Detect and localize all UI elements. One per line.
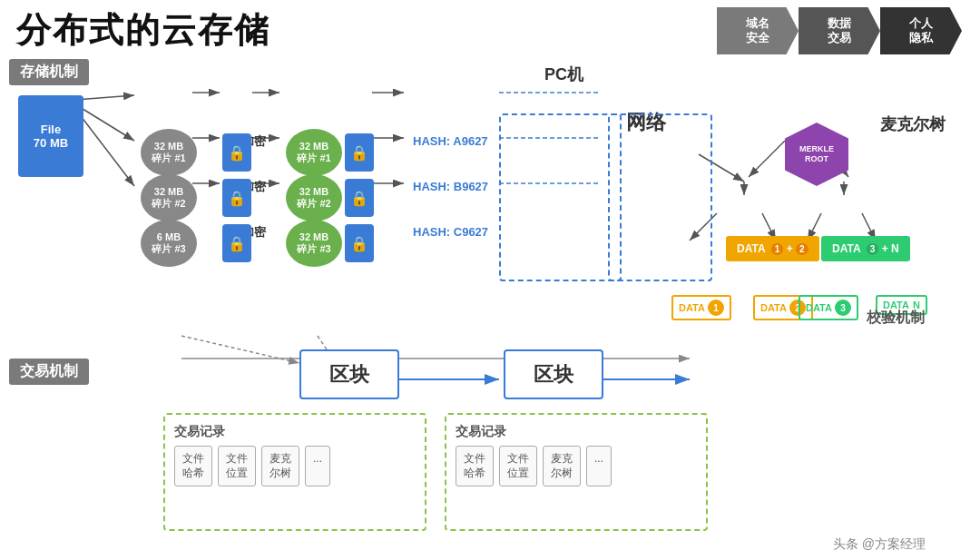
arrow-item-domain: 域名安全 [717, 7, 799, 54]
arrow-item-privacy: 个人隐私 [880, 7, 962, 54]
top-arrow-nav: 域名安全 数据交易 个人隐私 [717, 7, 962, 54]
watermark: 头条 @方案经理 [833, 536, 926, 553]
tx-item-merkle-2: 麦克尔树 [543, 446, 581, 486]
validation-label: 校验机制 [867, 309, 925, 328]
tx-record-1-title: 交易记录 [174, 424, 416, 440]
tx-record-2-items: 文件哈希 文件位置 麦克尔树 ... [456, 446, 697, 486]
storage-section: 存储机制 PC机 File 70 MB 32 MB 碎片 #1 32 MB 碎片… [9, 59, 971, 322]
network-dashed-box [608, 113, 712, 281]
transaction-section: 交易机制 区块 区块 交易记录 文件哈希 文件位置 麦克尔树 ... 交易记录 … [9, 331, 971, 545]
lock-box-2: 🔒 [222, 179, 251, 217]
data-item-3: DATA 3 [799, 295, 858, 320]
block-1: 区块 [299, 349, 399, 399]
lock-box-after-1: 🔒 [345, 133, 374, 172]
tx-item-merkle-1: 麦克尔树 [261, 446, 299, 486]
hash-label-1: HASH: A9627 [413, 134, 488, 148]
merkle-root-text: MERKLEROOT [799, 144, 834, 164]
frag-gray-3-label: 碎片 #3 [152, 242, 185, 256]
hash-label-2: HASH: B9627 [413, 180, 488, 193]
transaction-section-label: 交易机制 [9, 359, 89, 385]
block-2: 区块 [504, 349, 603, 399]
tx-record-1: 交易记录 文件哈希 文件位置 麦克尔树 ... [163, 413, 426, 531]
lock-box-after-2: 🔒 [345, 179, 374, 217]
block-2-label: 区块 [534, 361, 573, 388]
lock-box-3: 🔒 [222, 224, 251, 262]
file-label-line1: File [41, 123, 61, 136]
lock-box-after-3: 🔒 [345, 224, 374, 262]
frag-green-2: 32 MB 碎片 #2 [286, 174, 342, 221]
file-box: File 70 MB [18, 95, 83, 177]
page-title: 分布式的云存储 [16, 7, 270, 54]
file-label-line2: 70 MB [34, 136, 68, 150]
merkle-label: 麦克尔树 [880, 113, 946, 135]
frag-gray-2: 32 MB 碎片 #2 [141, 174, 197, 221]
tx-item-more-1: ... [305, 446, 330, 486]
arrow-domain-security: 域名安全 [717, 7, 799, 54]
tx-record-2-title: 交易记录 [456, 424, 697, 440]
lock-box-1: 🔒 [222, 133, 251, 172]
tx-item-more-2: ... [586, 446, 612, 486]
data-combined-2: DATA 3 + N [821, 236, 910, 261]
data-combined-1: DATA 1 + 2 [726, 236, 819, 261]
pc-label: PC机 [544, 64, 583, 85]
frag-gray-2-label: 碎片 #2 [152, 197, 185, 211]
arrow-personal-privacy: 个人隐私 [880, 7, 962, 54]
block-1-label: 区块 [329, 361, 369, 388]
pc-dashed-box [499, 113, 622, 281]
tx-item-file-pos-1: 文件位置 [218, 446, 256, 486]
arrow-item-data: 数据交易 [799, 7, 880, 54]
tx-record-1-items: 文件哈希 文件位置 麦克尔树 ... [174, 446, 416, 486]
data-item-1: DATA 1 [671, 295, 731, 320]
tx-record-2: 交易记录 文件哈希 文件位置 麦克尔树 ... [445, 413, 708, 531]
frag-green-2-size: 32 MB [299, 186, 328, 197]
frag-gray-3-size: 6 MB [157, 231, 181, 242]
hash-label-3: HASH: C9627 [413, 225, 488, 239]
tx-item-file-pos-2: 文件位置 [499, 446, 537, 486]
frag-green-1-size: 32 MB [299, 141, 328, 152]
frag-green-1: 32 MB 碎片 #1 [286, 129, 342, 176]
frag-gray-1-size: 32 MB [154, 141, 183, 152]
frag-green-3-size: 32 MB [299, 231, 328, 242]
tx-item-file-hash-2: 文件哈希 [456, 446, 494, 486]
frag-green-3-label: 碎片 #3 [297, 242, 330, 256]
tx-item-file-hash-1: 文件哈希 [174, 446, 212, 486]
frag-green-1-label: 碎片 #1 [297, 152, 330, 165]
frag-green-3: 32 MB 碎片 #3 [286, 220, 342, 267]
frag-gray-1: 32 MB 碎片 #1 [141, 129, 197, 176]
frag-gray-1-label: 碎片 #1 [152, 152, 185, 165]
storage-section-label: 存储机制 [9, 59, 89, 85]
frag-gray-2-size: 32 MB [154, 186, 183, 197]
arrow-data-trade: 数据交易 [799, 7, 880, 54]
frag-gray-3: 6 MB 碎片 #3 [141, 220, 197, 267]
merkle-root-hex: MERKLEROOT [785, 123, 848, 186]
frag-green-2-label: 碎片 #2 [297, 197, 330, 211]
